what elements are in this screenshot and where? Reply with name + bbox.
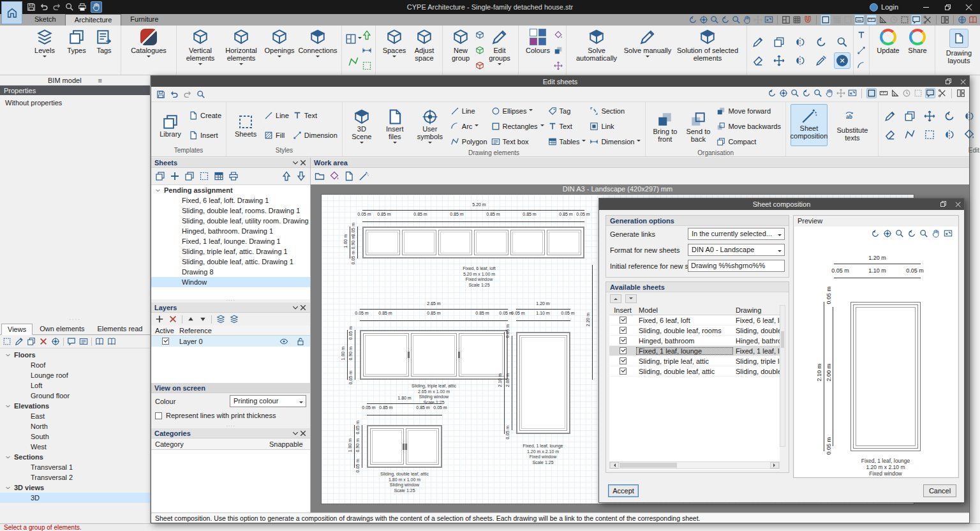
pv-redraw-icon[interactable] bbox=[907, 229, 916, 238]
sc-close-button[interactable] bbox=[956, 202, 961, 207]
dimension-style-button[interactable]: Dimension bbox=[293, 129, 338, 142]
bring-to-front-button[interactable]: Bring to front bbox=[650, 110, 679, 143]
substitute-texts-button[interactable]: ab Substitute texts bbox=[831, 109, 873, 142]
es-layout-columns-icon[interactable] bbox=[956, 89, 965, 98]
bim-menu-icon[interactable]: ≡ bbox=[98, 77, 102, 84]
es-comments-toggle[interactable] bbox=[925, 88, 935, 98]
insert-files-button[interactable]: Insert files bbox=[380, 108, 410, 146]
layer-lock-icon[interactable] bbox=[296, 337, 305, 346]
pv-zoom-window-icon[interactable] bbox=[919, 229, 928, 238]
colours-button[interactable]: Colours bbox=[522, 27, 554, 54]
sheet-add-icon[interactable] bbox=[170, 171, 180, 181]
sc-restore-button[interactable] bbox=[940, 201, 946, 207]
pv-orbit-icon[interactable] bbox=[871, 229, 880, 238]
sheet-move-up-icon[interactable] bbox=[281, 171, 292, 181]
annotate-icon[interactable] bbox=[857, 31, 866, 40]
tree-item-loft[interactable]: Loft bbox=[0, 380, 150, 391]
pv-pan-icon[interactable] bbox=[932, 229, 940, 238]
drawing-layouts-button[interactable]: Drawing layouts bbox=[939, 27, 979, 64]
es-rotate-icon[interactable] bbox=[944, 110, 955, 122]
es-symmetry-axis-icon[interactable] bbox=[944, 129, 955, 140]
edit-groups-button[interactable]: Edit groups bbox=[484, 27, 515, 67]
group-delete-icon[interactable] bbox=[475, 61, 484, 70]
tab-views[interactable]: Views bbox=[1, 324, 33, 335]
sheet-print-icon[interactable] bbox=[228, 171, 239, 181]
sheet-composition-title-bar[interactable]: Sheet composition bbox=[599, 198, 964, 210]
tab-own-elements[interactable]: Own elements bbox=[34, 324, 90, 334]
es-symmetry-icon[interactable] bbox=[963, 110, 975, 122]
row-down-button[interactable] bbox=[625, 294, 637, 303]
selection-region-icon[interactable] bbox=[362, 61, 372, 71]
wa-folder-icon[interactable] bbox=[315, 171, 325, 181]
dialog-close-button[interactable] bbox=[961, 79, 966, 84]
categories-close-icon[interactable] bbox=[299, 430, 307, 437]
zoom-icon[interactable] bbox=[710, 15, 719, 24]
generate-links-select[interactable]: In the currently selected... bbox=[688, 228, 785, 240]
line-style-button[interactable]: Line bbox=[264, 109, 289, 122]
draw-polygon-button[interactable]: Polygon bbox=[450, 135, 487, 148]
print-icon[interactable] bbox=[78, 3, 87, 11]
symmetry-icon[interactable] bbox=[794, 36, 806, 48]
layer-down-icon[interactable] bbox=[199, 315, 207, 323]
section-button[interactable]: Section bbox=[590, 105, 641, 117]
copy-icon[interactable] bbox=[773, 36, 785, 48]
sheets-close-icon[interactable] bbox=[299, 159, 307, 167]
wa-wizard-icon[interactable] bbox=[359, 171, 369, 181]
solve-manually-button[interactable]: Solve manually bbox=[623, 27, 672, 59]
minimize-button[interactable] bbox=[915, 0, 937, 14]
es-move-icon[interactable] bbox=[924, 110, 935, 122]
tree-group-3d-views[interactable]: 3D views bbox=[0, 482, 150, 493]
wa-sheet-setup-icon[interactable] bbox=[344, 171, 354, 181]
es-edit-polygon-icon[interactable] bbox=[904, 129, 916, 140]
tree-item-ground-floor[interactable]: Ground floor bbox=[0, 391, 150, 401]
layer-up-icon[interactable] bbox=[187, 315, 195, 323]
full-screen-icon[interactable] bbox=[764, 15, 773, 24]
pan-tool-toggle[interactable] bbox=[91, 1, 102, 13]
link-button[interactable]: Link bbox=[590, 120, 641, 133]
tree-item-south[interactable]: South bbox=[0, 431, 150, 442]
format-new-sheets-select[interactable]: DIN A0 - Landscape bbox=[688, 244, 785, 256]
es-edit-pencil-icon[interactable] bbox=[884, 110, 896, 122]
user-symbols-button[interactable]: User symbols bbox=[413, 108, 447, 146]
pv-zoom-extents-icon[interactable] bbox=[883, 229, 892, 238]
categories-collapse-icon[interactable] bbox=[292, 430, 299, 437]
tree-item-west[interactable]: West bbox=[0, 442, 150, 452]
corner-arc-icon[interactable] bbox=[857, 61, 866, 70]
insert-checkbox[interactable] bbox=[620, 327, 627, 334]
wa-paint-icon[interactable] bbox=[329, 171, 339, 181]
es-redraw-icon[interactable] bbox=[802, 89, 811, 98]
preview-canvas[interactable]: 1.20 m 0.05 m 1.10 m 0.05 m 2.10 m 2.00 … bbox=[794, 227, 958, 477]
layout-columns-icon[interactable] bbox=[940, 15, 949, 24]
es-zoom-window-icon[interactable] bbox=[813, 89, 822, 98]
es-selection-box-icon[interactable] bbox=[914, 89, 923, 98]
scroll-right-button[interactable] bbox=[770, 462, 779, 468]
object-snap-icon[interactable] bbox=[843, 15, 852, 24]
spaces-button[interactable]: Spaces bbox=[379, 27, 410, 59]
group-add-icon[interactable] bbox=[475, 46, 484, 55]
selection-box-icon[interactable] bbox=[900, 15, 909, 24]
es-set-square-icon[interactable] bbox=[891, 89, 900, 98]
symmetry-copy-icon[interactable] bbox=[794, 55, 806, 66]
es-undo-icon[interactable] bbox=[170, 90, 179, 99]
table-row-selected[interactable]: Fixed, 1 leaf, loungeFixed, 1 leaf, loun… bbox=[609, 346, 780, 356]
draw-text-button[interactable]: Text bbox=[548, 120, 586, 133]
insert-checkbox[interactable] bbox=[620, 317, 627, 324]
tree-item-lounge-roof[interactable]: Lounge roof bbox=[0, 370, 150, 380]
es-move-view-icon[interactable] bbox=[836, 89, 845, 98]
pv-zoom-icon[interactable] bbox=[895, 229, 904, 238]
scroll-left-button[interactable] bbox=[610, 462, 619, 468]
fill-style-button[interactable]: Fill bbox=[264, 129, 289, 142]
layers-collapse-icon[interactable] bbox=[292, 304, 299, 311]
sheet-copy-icon[interactable] bbox=[184, 171, 195, 181]
cancel-button[interactable]: Cancel bbox=[923, 484, 956, 497]
zoom-window-icon[interactable] bbox=[732, 15, 741, 24]
draw-rectangles-button[interactable]: Rectangles bbox=[491, 120, 544, 133]
solution-selected-button[interactable]: Solution of selected elements bbox=[672, 27, 743, 62]
move-colours-icon[interactable] bbox=[554, 61, 563, 70]
levels-button[interactable]: Levels bbox=[27, 27, 63, 59]
sheet-edit-grid-icon[interactable] bbox=[214, 171, 224, 181]
layer-delete-icon[interactable] bbox=[168, 315, 177, 324]
sheet-item-selected[interactable]: Window bbox=[151, 277, 310, 287]
dialog-restore-button[interactable] bbox=[946, 79, 951, 84]
types-button[interactable]: Types bbox=[63, 27, 91, 54]
